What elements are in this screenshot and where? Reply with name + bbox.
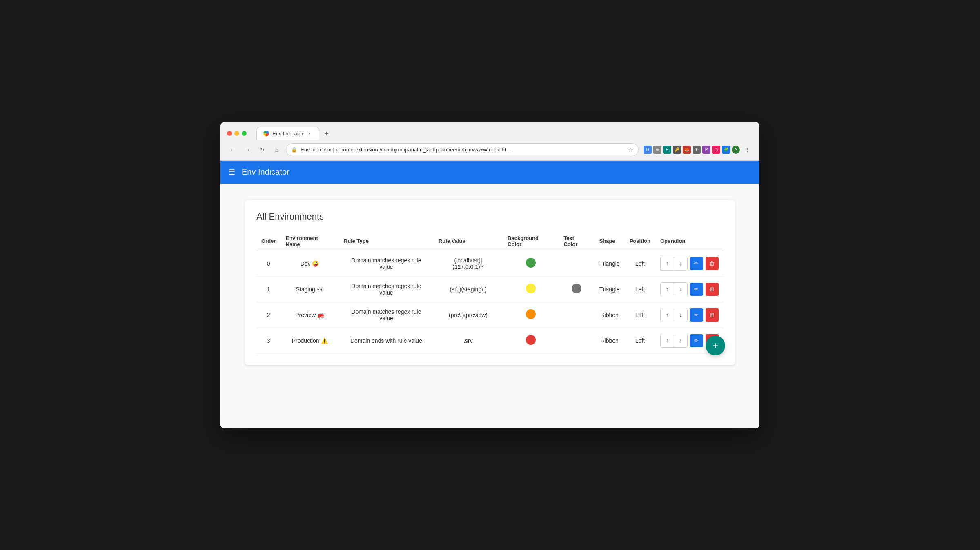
bookmark-icon[interactable]: ☆	[628, 146, 633, 153]
extension-icon-3[interactable]: E	[663, 146, 671, 154]
menu-button[interactable]: ☰	[229, 168, 235, 177]
col-shape: Shape	[595, 232, 625, 251]
move-up-button[interactable]: ↑	[661, 257, 674, 270]
browser-extensions: G ⊕ E 🔑 🦊 👁 P ⬡ 🧩 A ⋮	[644, 144, 753, 155]
browser-chrome: Env Indicator × + ← → ↻ ⌂ 🔒 Env Indicato…	[220, 122, 760, 161]
active-tab[interactable]: Env Indicator ×	[256, 127, 319, 140]
extension-icon-9[interactable]: 🧩	[722, 146, 730, 154]
cell-shape: Triangle	[595, 251, 625, 276]
cell-bg-color	[503, 251, 559, 276]
delete-button[interactable]: 🗑	[706, 257, 719, 270]
extension-icon-7[interactable]: P	[702, 146, 710, 154]
cell-rule-value: .srv	[434, 328, 503, 353]
move-down-button[interactable]: ↓	[674, 283, 687, 296]
cell-order: 2	[256, 302, 281, 328]
home-button[interactable]: ⌂	[271, 144, 283, 155]
cell-rule-type: Domain matches regex rule value	[339, 276, 434, 302]
bg-color-swatch	[526, 258, 536, 268]
extension-icon-4[interactable]: 🔑	[673, 146, 681, 154]
move-down-button[interactable]: ↓	[674, 308, 687, 322]
cell-order: 1	[256, 276, 281, 302]
add-environment-button[interactable]: +	[706, 336, 725, 355]
extension-icon-6[interactable]: 👁	[693, 146, 701, 154]
cell-env-name: Preview 🚒	[281, 302, 339, 328]
cell-position: Left	[625, 328, 655, 353]
forward-button[interactable]: →	[242, 144, 253, 155]
col-rule-type: Rule Type	[339, 232, 434, 251]
card-title: All Environments	[256, 211, 724, 222]
col-env-name: Environment Name	[281, 232, 339, 251]
cell-bg-color	[503, 302, 559, 328]
cell-operation: ↑↓✏🗑	[655, 276, 724, 302]
edit-button[interactable]: ✏	[690, 283, 703, 296]
bg-color-swatch	[526, 284, 536, 293]
address-bar-row: ← → ↻ ⌂ 🔒 Env Indicator | chrome-extensi…	[220, 140, 760, 160]
col-order: Order	[256, 232, 281, 251]
move-up-button[interactable]: ↑	[661, 334, 674, 347]
table-header-row: Order Environment Name Rule Type Rule Va…	[256, 232, 724, 251]
maximize-button[interactable]	[242, 131, 247, 136]
cell-position: Left	[625, 302, 655, 328]
bg-color-swatch	[526, 335, 536, 345]
move-down-button[interactable]: ↓	[674, 334, 687, 347]
back-button[interactable]: ←	[227, 144, 238, 155]
minimize-button[interactable]	[234, 131, 239, 136]
edit-button[interactable]: ✏	[690, 257, 703, 270]
table-row: 0Dev 🤪Domain matches regex rule value(lo…	[256, 251, 724, 276]
delete-button[interactable]: 🗑	[706, 283, 719, 296]
cell-position: Left	[625, 251, 655, 276]
cell-text-color	[559, 251, 594, 276]
cell-env-name: Staging 👀	[281, 276, 339, 302]
edit-button[interactable]: ✏	[690, 334, 703, 347]
app-title: Env Indicator	[242, 167, 290, 177]
text-color-swatch	[572, 284, 581, 293]
refresh-button[interactable]: ↻	[256, 144, 268, 155]
browser-menu-button[interactable]: ⋮	[742, 144, 753, 155]
table-row: 3Production ⚠️Domain ends with rule valu…	[256, 328, 724, 353]
delete-button[interactable]: 🗑	[706, 308, 719, 322]
move-down-button[interactable]: ↓	[674, 257, 687, 270]
tab-favicon	[263, 131, 269, 136]
close-button[interactable]	[227, 131, 232, 136]
cell-shape: Ribbon	[595, 328, 625, 353]
cell-rule-value: (st\.)(staging\.)	[434, 276, 503, 302]
cell-shape: Triangle	[595, 276, 625, 302]
extension-icon-2[interactable]: ⊕	[653, 146, 662, 154]
arrow-group: ↑↓	[660, 334, 688, 348]
cell-bg-color	[503, 328, 559, 353]
app-content: ☰ Env Indicator All Environments Order E…	[220, 161, 760, 428]
extension-icon-5[interactable]: 🦊	[683, 146, 691, 154]
cell-shape: Ribbon	[595, 302, 625, 328]
col-bg-color: Background Color	[503, 232, 559, 251]
environments-table: Order Environment Name Rule Type Rule Va…	[256, 232, 724, 354]
cell-rule-type: Domain ends with rule value	[339, 328, 434, 353]
col-rule-value: Rule Value	[434, 232, 503, 251]
lock-icon: 🔒	[291, 147, 297, 153]
cell-rule-type: Domain matches regex rule value	[339, 302, 434, 328]
traffic-lights	[227, 131, 247, 136]
edit-button[interactable]: ✏	[690, 308, 703, 322]
title-bar: Env Indicator × +	[220, 122, 760, 140]
arrow-group: ↑↓	[660, 257, 688, 271]
cell-rule-value: (localhost)|(127.0.0.1).*	[434, 251, 503, 276]
cell-order: 3	[256, 328, 281, 353]
bg-color-swatch	[526, 309, 536, 319]
cell-rule-type: Domain matches regex rule value	[339, 251, 434, 276]
cell-text-color	[559, 328, 594, 353]
cell-bg-color	[503, 276, 559, 302]
move-up-button[interactable]: ↑	[661, 308, 674, 322]
table-row: 2Preview 🚒Domain matches regex rule valu…	[256, 302, 724, 328]
arrow-group: ↑↓	[660, 282, 688, 296]
profile-icon[interactable]: A	[732, 146, 740, 154]
col-operation: Operation	[655, 232, 724, 251]
new-tab-button[interactable]: +	[321, 129, 332, 140]
app-body: All Environments Order Environment Name …	[220, 184, 760, 428]
extension-icon-1[interactable]: G	[644, 146, 652, 154]
move-up-button[interactable]: ↑	[661, 283, 674, 296]
col-position: Position	[625, 232, 655, 251]
tab-close-button[interactable]: ×	[307, 131, 312, 136]
cell-env-name: Dev 🤪	[281, 251, 339, 276]
cell-operation: ↑↓✏🗑	[655, 251, 724, 276]
address-bar[interactable]: 🔒 Env Indicator | chrome-extension://lcb…	[286, 143, 639, 156]
extension-icon-8[interactable]: ⬡	[712, 146, 720, 154]
